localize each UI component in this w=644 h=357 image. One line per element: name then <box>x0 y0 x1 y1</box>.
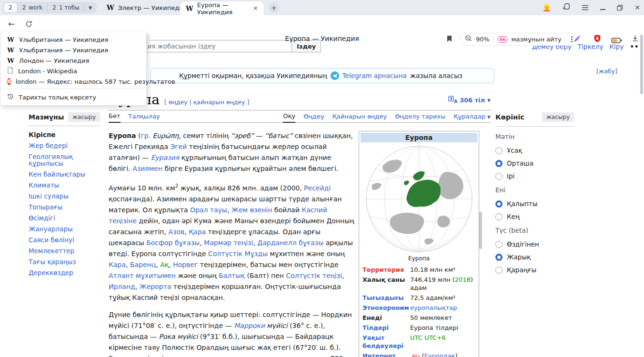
more-options-icon[interactable] <box>571 39 573 40</box>
article-link[interactable]: Босфор бұғазы <box>146 239 200 247</box>
article-link[interactable]: еуропалықтар <box>410 304 457 311</box>
tab-group-work[interactable]: 2work <box>18 3 48 12</box>
article-link[interactable]: Еуроодақ <box>424 352 455 357</box>
bookmark-icon[interactable] <box>447 35 452 44</box>
radio-text-large[interactable]: Ірі <box>495 172 574 180</box>
article-link[interactable]: Солтүстік Мұзды <box>208 250 268 258</box>
window-minimize-button[interactable] <box>600 5 605 10</box>
tab-tools[interactable]: Құралдар ▼ <box>453 113 491 122</box>
tab-group-1-toby[interactable]: 21 тобы <box>48 3 84 12</box>
radio-color-dark[interactable]: Қараңғы <box>495 266 574 274</box>
tab-electr[interactable]: W Электр — Уикипедия <box>101 0 193 15</box>
tab-edit-source[interactable]: Қайнарын өңдеу <box>332 113 387 122</box>
toc-item[interactable]: Тағы қараңыз <box>29 259 100 266</box>
article-link[interactable]: 2018 <box>455 276 471 283</box>
content-scrollbar-thumb[interactable] <box>479 212 482 249</box>
article-link[interactable]: Солтүстік теңізі <box>286 272 342 279</box>
article-link[interactable]: Еуразия <box>151 154 180 161</box>
read-aloud-button[interactable]: мазмұнын айту <box>511 36 561 43</box>
window-restore-button[interactable] <box>617 5 623 11</box>
tab-talk[interactable]: Талқылау <box>129 113 160 122</box>
infobox-label[interactable]: Интернет үйшігі <box>362 352 410 357</box>
tab-group-pinned[interactable]: 2 <box>4 3 17 12</box>
zoom-out-icon[interactable] <box>465 35 472 44</box>
zoom-level[interactable]: 90% <box>476 36 490 43</box>
article-link[interactable]: Азиямен <box>132 165 162 172</box>
article-link[interactable]: Орал тауы <box>190 206 227 214</box>
toc-item[interactable]: Мемлекеттер <box>29 248 100 255</box>
appearance-hide-button[interactable]: жасыру <box>542 112 574 122</box>
toc-item[interactable]: Жануарлары <box>29 226 100 233</box>
article-link[interactable]: Кара <box>109 261 126 268</box>
back-button[interactable]: ← <box>6 19 17 29</box>
article-link[interactable]: Азов <box>168 228 184 236</box>
show-full-history-item[interactable]: Тарихты толық көрсету <box>0 91 146 103</box>
toc-hide-button[interactable]: жасыру <box>68 112 100 122</box>
infobox-label[interactable]: Территория <box>362 266 410 274</box>
article-link[interactable]: Ақ <box>160 261 169 268</box>
toc-item[interactable]: Өсімдігі <box>29 215 100 222</box>
infobox-label[interactable]: Уақыт белдеулері <box>362 334 410 350</box>
tab-edit[interactable]: Өңдеу <box>303 113 324 122</box>
tab-close-icon[interactable]: ✕ <box>253 5 258 12</box>
yandex-feather-extension-icon[interactable] <box>573 34 582 45</box>
radio-width-standard[interactable]: Қалыпты <box>495 200 574 208</box>
battery-icon[interactable] <box>611 36 622 45</box>
suggestion-item[interactable]: WҰлыбритания — Уикипедия <box>0 34 146 45</box>
banner-close-link[interactable]: [жабу] <box>596 68 617 75</box>
toc-item[interactable]: Ішкі сулары <box>29 193 100 200</box>
profile-avatar[interactable]: 👱 <box>543 3 552 12</box>
article-link[interactable]: Ирланд <box>109 283 135 290</box>
article-link[interactable]: Марроки <box>234 322 265 329</box>
article-link[interactable]: Балтық <box>219 272 245 279</box>
telegram-channel-link[interactable]: Telegram арнасына <box>342 72 407 79</box>
radio-width-wide[interactable]: Кең <box>495 213 574 220</box>
toc-item[interactable]: Кіріспе <box>29 132 100 139</box>
reload-button[interactable] <box>23 19 34 29</box>
tab-page[interactable]: Бет <box>109 112 121 123</box>
article-link[interactable]: Баренц <box>130 261 156 268</box>
download-icon[interactable] <box>632 35 639 44</box>
article-link[interactable]: Мәрмәр теңізі <box>204 239 253 247</box>
article-link[interactable]: Эгей <box>170 143 187 150</box>
tab-groups-chevron-icon[interactable]: ▼ <box>85 5 96 10</box>
new-tab-button[interactable]: + <box>268 2 280 13</box>
suggestion-item[interactable]: Яlondon — Яндекс: нашлось 587 тыс. резул… <box>0 76 146 87</box>
toc-item[interactable]: Климаты <box>29 182 100 189</box>
toc-item[interactable]: Саяси бөлінуі <box>29 237 100 244</box>
article-link[interactable]: Норвег <box>173 261 198 268</box>
article-link[interactable]: Жем өзенін <box>231 206 272 214</box>
article-link[interactable]: Дарданелл бұғазы <box>257 239 323 247</box>
article-link[interactable]: гр. <box>141 132 151 139</box>
radio-text-small[interactable]: Ұсақ <box>495 147 574 154</box>
title-edit-links[interactable]: [ өңдеу | қайнарын өңдеу ] <box>164 99 249 106</box>
article-link[interactable]: Атлант мұхитымен <box>109 272 176 279</box>
window-close-button[interactable]: ✕ <box>634 4 640 11</box>
toc-item[interactable]: Геологиялық құрылысы <box>29 154 100 167</box>
protect-shield-icon[interactable] <box>593 34 602 45</box>
infobox-label[interactable]: Тығыздығы <box>362 294 410 302</box>
window-scrollbar-thumb[interactable] <box>640 35 643 94</box>
tab-read[interactable]: Оқу <box>283 112 295 123</box>
language-selector-button[interactable]: A 306 тіл ▼ <box>448 96 491 105</box>
radio-color-light[interactable]: Жарық <box>495 253 574 261</box>
article-link[interactable]: Ресейді <box>304 184 331 192</box>
article-link[interactable]: .eu <box>410 352 420 357</box>
article-link[interactable]: Жерорта <box>140 283 171 290</box>
toc-item[interactable]: Жер бедері <box>29 143 100 149</box>
article-link[interactable]: UTC+6 <box>424 334 446 341</box>
europe-globe-image[interactable] <box>365 145 473 253</box>
toc-item[interactable]: Топырағы <box>29 204 100 211</box>
suggestion-item[interactable]: London - Wikipedia <box>0 66 146 76</box>
article-link[interactable]: Қара <box>189 228 206 236</box>
toc-item[interactable]: Дереккөздер <box>29 270 100 277</box>
article-link[interactable]: UTC <box>410 334 423 341</box>
tab-europa-active[interactable]: W Еуропа — Уикипедия ✕ <box>180 1 264 15</box>
suggestion-item[interactable]: WҰлыбритания — Уикипедия <box>0 45 146 55</box>
browser-menu-icon[interactable] <box>582 3 589 12</box>
infobox-label[interactable]: Этнохороним <box>362 304 410 312</box>
radio-color-auto[interactable]: Өздігінен <box>495 240 574 248</box>
radio-text-standard[interactable]: Орташа <box>495 159 574 167</box>
tab-history[interactable]: Өңделу тарихы <box>395 113 445 122</box>
side-panels-icon[interactable] <box>563 3 570 12</box>
